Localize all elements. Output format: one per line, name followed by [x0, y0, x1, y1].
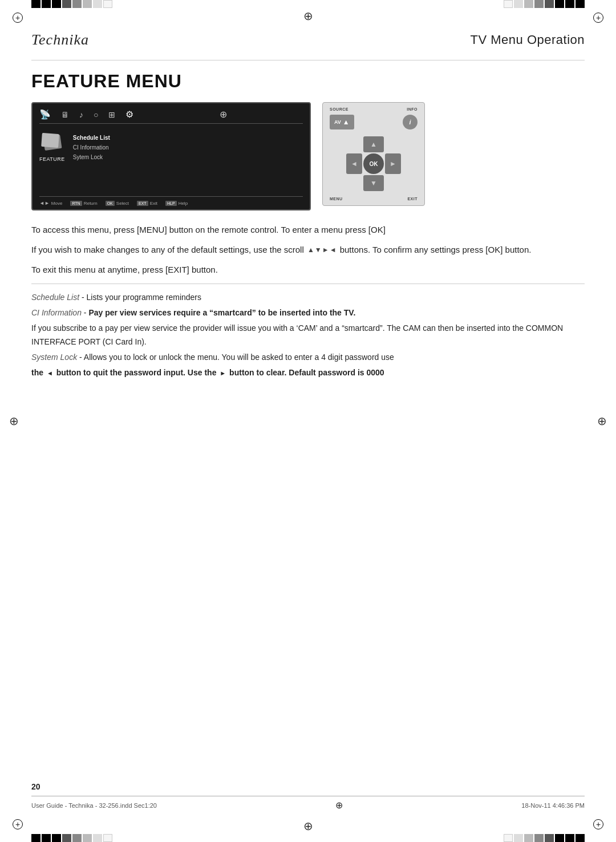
- tv-icon-gear: ⚙: [125, 109, 133, 120]
- tv-menu-item-schedule: Schedule List: [73, 133, 110, 143]
- tv-btn-select-icon: OK: [106, 201, 115, 206]
- arrow-up-icon: ▲: [307, 245, 314, 256]
- tv-bottom-exit: EXT Exit: [137, 201, 157, 206]
- info-label: INFO: [407, 107, 418, 111]
- page-footer: User Guide - Technika - 32-256.indd Sec1…: [31, 796, 585, 811]
- crosshair-top: ⊕: [303, 9, 313, 23]
- header-divider: [31, 60, 585, 60]
- syslock-pre: the: [31, 368, 43, 377]
- tv-icon-grid: ⊞: [108, 110, 115, 119]
- images-row: 📡 🖥 ♪ ○ ⊞ ⚙ ⊕ FEATURE: [31, 102, 585, 211]
- tv-icon-music: ♪: [79, 110, 83, 119]
- tv-btn-exit-icon: EXT: [137, 201, 148, 206]
- page-number: 20: [31, 782, 40, 791]
- nav-empty-bl: [346, 175, 362, 191]
- exit-label: EXIT: [407, 197, 418, 201]
- ok-button[interactable]: OK: [363, 153, 384, 174]
- tv-menu-item-syslock: Sytem Lock: [73, 152, 110, 162]
- menu-label: MENU: [330, 197, 343, 201]
- registration-mark-top-right: [593, 13, 603, 23]
- remote-control-mockup: SOURCE INFO AV ▲ i ▲: [322, 102, 425, 206]
- tv-exit-label: Exit: [150, 201, 157, 206]
- para1: To access this menu, press [MENU] button…: [31, 223, 585, 237]
- tv-bottom-select: OK Select: [106, 201, 129, 206]
- tv-return-label: Return: [84, 201, 98, 206]
- tv-content: FEATURE Schedule List CI Information Syt…: [39, 131, 303, 196]
- syslock-mid: button to quit the password input. Use t…: [56, 368, 217, 377]
- schedule-desc: Lists your programme reminders: [87, 293, 202, 302]
- arrow-down-icon: ▼: [315, 245, 322, 256]
- tv-select-label: Select: [116, 201, 129, 206]
- footer-right: 18-Nov-11 4:46:36 PM: [521, 802, 585, 809]
- desc-ci-info: CI Information - Pay per view services r…: [31, 306, 585, 319]
- scroll-arrows: ▲ ▼ ► ◄: [307, 245, 337, 256]
- remote-top-labels: SOURCE INFO: [327, 107, 420, 111]
- tv-crosshair: ⊕: [144, 109, 303, 120]
- desc-ci-para2: If you subscribe to a pay per view servi…: [31, 322, 585, 348]
- tv-menu-list: Schedule List CI Information Sytem Lock: [73, 133, 110, 162]
- registration-mark-bottom-left: [13, 819, 23, 829]
- tv-card-front: [42, 133, 60, 148]
- tv-bottom-return: RTN Return: [70, 201, 97, 206]
- footer-left: User Guide - Technika - 32-256.indd Sec1…: [31, 802, 157, 809]
- footer-crosshair: ⊕: [335, 800, 343, 811]
- crosshair-left: ⊕: [9, 414, 19, 428]
- page-header: Technika TV Menu Operation: [31, 31, 585, 53]
- source-label: SOURCE: [330, 107, 348, 111]
- nav-down-button[interactable]: ▼: [363, 175, 384, 191]
- bleed-marks-bottom-left: [31, 834, 112, 842]
- av-button[interactable]: AV ▲: [330, 115, 354, 129]
- tv-feature-label: FEATURE: [39, 156, 65, 162]
- remote-av-info-row: AV ▲ i: [327, 115, 420, 129]
- tv-icon-timer: ○: [94, 110, 98, 119]
- tv-menu-bar: 📡 🖥 ♪ ○ ⊞ ⚙ ⊕: [39, 109, 303, 124]
- desc-schedule-list: Schedule List - Lists your programme rem…: [31, 291, 585, 304]
- nav-right-button[interactable]: ►: [385, 153, 401, 174]
- ci-desc: Pay per view services require a “smartca…: [88, 308, 355, 317]
- para3: To exit this menu at anytime, press [EXI…: [31, 263, 585, 277]
- tv-btn-return-icon: RTN: [70, 201, 82, 206]
- tv-icon-tv: 🖥: [61, 110, 69, 119]
- registration-mark-top-left: [13, 13, 23, 23]
- nav-empty-tr: [385, 136, 401, 152]
- registration-mark-bottom-right: [593, 819, 603, 829]
- desc-system-lock-line1: System Lock - Allows you to lock or unlo…: [31, 351, 585, 364]
- para2: If you wish to make changes to any of th…: [31, 243, 585, 257]
- tv-help-label: Help: [179, 201, 188, 206]
- tv-menu-item-ci: CI Information: [73, 143, 110, 152]
- bleed-marks-top-left: [31, 0, 112, 8]
- tv-btn-help-icon: HLP: [165, 201, 177, 206]
- tv-feature-icon: FEATURE: [39, 133, 65, 162]
- page-content: Technika TV Menu Operation FEATURE MENU …: [31, 31, 585, 811]
- arrow-right-btn-icon: ►: [220, 370, 226, 377]
- nav-left-button[interactable]: ◄: [346, 153, 362, 174]
- tv-icon-antenna: 📡: [39, 109, 51, 120]
- section-divider: [31, 284, 585, 284]
- tv-bottom-bar: ◄► Move RTN Return OK Select EXT Exit HL…: [39, 196, 303, 206]
- av-label: AV: [334, 119, 341, 125]
- remote-image: SOURCE INFO AV ▲ i ▲: [322, 102, 425, 206]
- arrow-left-btn-icon: ◄: [47, 370, 53, 377]
- schedule-term: Schedule List: [31, 293, 79, 302]
- syslock-post: button to clear. Default password is 000…: [229, 368, 384, 377]
- schedule-dash: -: [79, 293, 86, 302]
- tv-screen-mockup: 📡 🖥 ♪ ○ ⊞ ⚙ ⊕ FEATURE: [31, 102, 311, 211]
- info-button[interactable]: i: [403, 115, 418, 129]
- desc-system-lock-line2: the ◄ button to quit the password input.…: [31, 366, 585, 379]
- bleed-marks-top-right: [504, 0, 585, 8]
- description-list: Schedule List - Lists your programme rem…: [31, 291, 585, 379]
- ci-dash: -: [82, 308, 88, 317]
- nav-up-button[interactable]: ▲: [363, 136, 384, 152]
- tv-move-label: Move: [51, 201, 63, 206]
- header-title: TV Menu Operation: [471, 33, 585, 47]
- syslock-desc: Allows you to lock or unlock the menu. Y…: [84, 353, 394, 362]
- syslock-term: System Lock: [31, 353, 77, 362]
- nav-empty-tl: [346, 136, 362, 152]
- ci-term: CI Information: [31, 308, 82, 317]
- arrow-right-icon: ►: [322, 245, 329, 256]
- section-heading: FEATURE MENU: [31, 71, 585, 92]
- remote-nav-cross: ▲ ◄ OK ► ▼: [346, 136, 401, 191]
- up-arrow-icon: ▲: [343, 118, 350, 126]
- bleed-marks-bottom-right: [504, 834, 585, 842]
- tv-bottom-move: ◄► Move: [39, 200, 62, 206]
